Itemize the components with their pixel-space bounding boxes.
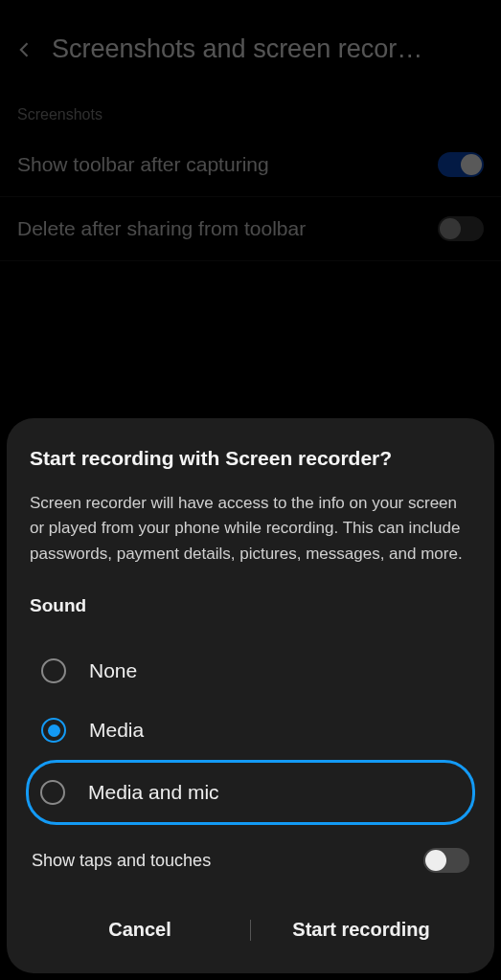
toggle-delete-share[interactable] (438, 216, 484, 241)
settings-background: Screenshots and screen recor… Screenshot… (0, 0, 501, 280)
start-recording-button[interactable]: Start recording (251, 905, 471, 954)
setting-label: Delete after sharing from toolbar (17, 217, 306, 240)
setting-row-toolbar[interactable]: Show toolbar after capturing (0, 133, 501, 197)
radio-label: None (89, 659, 137, 682)
toggle-toolbar[interactable] (438, 152, 484, 177)
setting-label: Show toolbar after capturing (17, 153, 269, 176)
radio-option-none[interactable]: None (30, 641, 471, 701)
dialog-actions: Cancel Start recording (30, 905, 471, 954)
sound-section-label: Sound (30, 595, 471, 616)
radio-option-media-mic[interactable]: Media and mic (26, 760, 475, 825)
dialog-body: Screen recorder will have access to the … (30, 491, 471, 567)
setting-row-delete-share[interactable]: Delete after sharing from toolbar (0, 197, 501, 261)
back-icon[interactable] (15, 40, 34, 59)
cancel-button[interactable]: Cancel (30, 905, 250, 954)
radio-icon (40, 780, 65, 805)
section-label-screenshots: Screenshots (0, 83, 501, 133)
toggle-show-taps[interactable] (423, 848, 469, 873)
show-taps-label: Show taps and touches (32, 851, 211, 871)
header: Screenshots and screen recor… (0, 0, 501, 83)
show-taps-row[interactable]: Show taps and touches (30, 842, 471, 879)
setting-row-hidden (0, 261, 501, 280)
screen-recorder-dialog: Start recording with Screen recorder? Sc… (7, 418, 494, 973)
dialog-title: Start recording with Screen recorder? (30, 447, 471, 470)
radio-label: Media (89, 719, 144, 742)
radio-icon (41, 658, 66, 683)
page-title: Screenshots and screen recor… (52, 34, 422, 64)
radio-label: Media and mic (88, 781, 219, 804)
radio-option-media[interactable]: Media (30, 701, 471, 760)
radio-icon (41, 718, 66, 743)
